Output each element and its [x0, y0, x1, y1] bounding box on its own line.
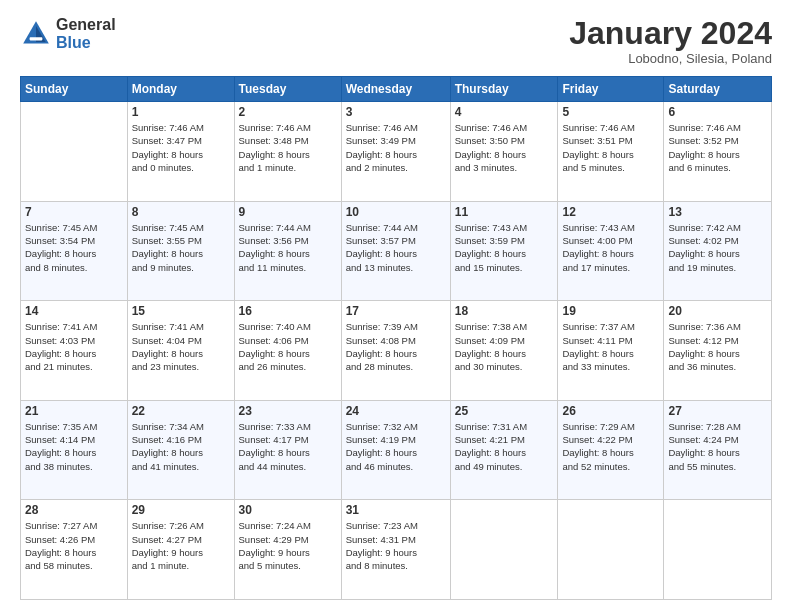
- cell-3-4: 25Sunrise: 7:31 AMSunset: 4:21 PMDayligh…: [450, 400, 558, 500]
- day-number-31: 31: [346, 503, 446, 517]
- page: General Blue January 2024 Lobodno, Siles…: [0, 0, 792, 612]
- week-row-1: 7Sunrise: 7:45 AMSunset: 3:54 PMDaylight…: [21, 201, 772, 301]
- cell-4-5: [558, 500, 664, 600]
- cell-1-6: 13Sunrise: 7:42 AMSunset: 4:02 PMDayligh…: [664, 201, 772, 301]
- cell-1-0: 7Sunrise: 7:45 AMSunset: 3:54 PMDaylight…: [21, 201, 128, 301]
- day-number-28: 28: [25, 503, 123, 517]
- cell-4-6: [664, 500, 772, 600]
- cell-0-5: 5Sunrise: 7:46 AMSunset: 3:51 PMDaylight…: [558, 102, 664, 202]
- day-number-20: 20: [668, 304, 767, 318]
- svg-rect-2: [30, 37, 43, 40]
- day-info-20: Sunrise: 7:36 AMSunset: 4:12 PMDaylight:…: [668, 320, 767, 373]
- weekday-row: Sunday Monday Tuesday Wednesday Thursday…: [21, 77, 772, 102]
- day-info-16: Sunrise: 7:40 AMSunset: 4:06 PMDaylight:…: [239, 320, 337, 373]
- day-number-1: 1: [132, 105, 230, 119]
- day-number-9: 9: [239, 205, 337, 219]
- day-info-30: Sunrise: 7:24 AMSunset: 4:29 PMDaylight:…: [239, 519, 337, 572]
- day-info-10: Sunrise: 7:44 AMSunset: 3:57 PMDaylight:…: [346, 221, 446, 274]
- day-info-2: Sunrise: 7:46 AMSunset: 3:48 PMDaylight:…: [239, 121, 337, 174]
- day-info-6: Sunrise: 7:46 AMSunset: 3:52 PMDaylight:…: [668, 121, 767, 174]
- week-row-0: 1Sunrise: 7:46 AMSunset: 3:47 PMDaylight…: [21, 102, 772, 202]
- cell-1-2: 9Sunrise: 7:44 AMSunset: 3:56 PMDaylight…: [234, 201, 341, 301]
- day-info-14: Sunrise: 7:41 AMSunset: 4:03 PMDaylight:…: [25, 320, 123, 373]
- logo-text: General Blue: [56, 16, 116, 51]
- day-number-10: 10: [346, 205, 446, 219]
- col-tuesday: Tuesday: [234, 77, 341, 102]
- cell-4-1: 29Sunrise: 7:26 AMSunset: 4:27 PMDayligh…: [127, 500, 234, 600]
- day-number-21: 21: [25, 404, 123, 418]
- cell-2-1: 15Sunrise: 7:41 AMSunset: 4:04 PMDayligh…: [127, 301, 234, 401]
- cell-4-2: 30Sunrise: 7:24 AMSunset: 4:29 PMDayligh…: [234, 500, 341, 600]
- location-subtitle: Lobodno, Silesia, Poland: [569, 51, 772, 66]
- day-info-7: Sunrise: 7:45 AMSunset: 3:54 PMDaylight:…: [25, 221, 123, 274]
- day-number-26: 26: [562, 404, 659, 418]
- cell-4-4: [450, 500, 558, 600]
- day-info-19: Sunrise: 7:37 AMSunset: 4:11 PMDaylight:…: [562, 320, 659, 373]
- day-info-23: Sunrise: 7:33 AMSunset: 4:17 PMDaylight:…: [239, 420, 337, 473]
- cell-1-1: 8Sunrise: 7:45 AMSunset: 3:55 PMDaylight…: [127, 201, 234, 301]
- cell-2-0: 14Sunrise: 7:41 AMSunset: 4:03 PMDayligh…: [21, 301, 128, 401]
- day-number-12: 12: [562, 205, 659, 219]
- cell-0-6: 6Sunrise: 7:46 AMSunset: 3:52 PMDaylight…: [664, 102, 772, 202]
- day-number-18: 18: [455, 304, 554, 318]
- day-number-30: 30: [239, 503, 337, 517]
- col-sunday: Sunday: [21, 77, 128, 102]
- col-saturday: Saturday: [664, 77, 772, 102]
- day-number-13: 13: [668, 205, 767, 219]
- calendar-table: Sunday Monday Tuesday Wednesday Thursday…: [20, 76, 772, 600]
- day-number-25: 25: [455, 404, 554, 418]
- day-number-22: 22: [132, 404, 230, 418]
- cell-0-1: 1Sunrise: 7:46 AMSunset: 3:47 PMDaylight…: [127, 102, 234, 202]
- day-info-28: Sunrise: 7:27 AMSunset: 4:26 PMDaylight:…: [25, 519, 123, 572]
- day-info-3: Sunrise: 7:46 AMSunset: 3:49 PMDaylight:…: [346, 121, 446, 174]
- day-info-17: Sunrise: 7:39 AMSunset: 4:08 PMDaylight:…: [346, 320, 446, 373]
- day-number-7: 7: [25, 205, 123, 219]
- cell-1-3: 10Sunrise: 7:44 AMSunset: 3:57 PMDayligh…: [341, 201, 450, 301]
- calendar-header: Sunday Monday Tuesday Wednesday Thursday…: [21, 77, 772, 102]
- day-info-13: Sunrise: 7:42 AMSunset: 4:02 PMDaylight:…: [668, 221, 767, 274]
- day-info-9: Sunrise: 7:44 AMSunset: 3:56 PMDaylight:…: [239, 221, 337, 274]
- day-info-21: Sunrise: 7:35 AMSunset: 4:14 PMDaylight:…: [25, 420, 123, 473]
- logo-blue-text: Blue: [56, 34, 116, 52]
- day-number-4: 4: [455, 105, 554, 119]
- cell-3-6: 27Sunrise: 7:28 AMSunset: 4:24 PMDayligh…: [664, 400, 772, 500]
- title-block: January 2024 Lobodno, Silesia, Poland: [569, 16, 772, 66]
- week-row-3: 21Sunrise: 7:35 AMSunset: 4:14 PMDayligh…: [21, 400, 772, 500]
- day-number-11: 11: [455, 205, 554, 219]
- cell-2-3: 17Sunrise: 7:39 AMSunset: 4:08 PMDayligh…: [341, 301, 450, 401]
- header: General Blue January 2024 Lobodno, Siles…: [20, 16, 772, 66]
- cell-2-6: 20Sunrise: 7:36 AMSunset: 4:12 PMDayligh…: [664, 301, 772, 401]
- day-info-25: Sunrise: 7:31 AMSunset: 4:21 PMDaylight:…: [455, 420, 554, 473]
- logo-icon: [20, 18, 52, 50]
- cell-0-0: [21, 102, 128, 202]
- day-info-18: Sunrise: 7:38 AMSunset: 4:09 PMDaylight:…: [455, 320, 554, 373]
- week-row-4: 28Sunrise: 7:27 AMSunset: 4:26 PMDayligh…: [21, 500, 772, 600]
- day-number-14: 14: [25, 304, 123, 318]
- col-monday: Monday: [127, 77, 234, 102]
- cell-3-2: 23Sunrise: 7:33 AMSunset: 4:17 PMDayligh…: [234, 400, 341, 500]
- cell-3-0: 21Sunrise: 7:35 AMSunset: 4:14 PMDayligh…: [21, 400, 128, 500]
- cell-3-3: 24Sunrise: 7:32 AMSunset: 4:19 PMDayligh…: [341, 400, 450, 500]
- col-friday: Friday: [558, 77, 664, 102]
- cell-1-4: 11Sunrise: 7:43 AMSunset: 3:59 PMDayligh…: [450, 201, 558, 301]
- day-info-31: Sunrise: 7:23 AMSunset: 4:31 PMDaylight:…: [346, 519, 446, 572]
- cell-0-2: 2Sunrise: 7:46 AMSunset: 3:48 PMDaylight…: [234, 102, 341, 202]
- cell-3-1: 22Sunrise: 7:34 AMSunset: 4:16 PMDayligh…: [127, 400, 234, 500]
- month-title: January 2024: [569, 16, 772, 51]
- day-number-19: 19: [562, 304, 659, 318]
- day-number-27: 27: [668, 404, 767, 418]
- cell-3-5: 26Sunrise: 7:29 AMSunset: 4:22 PMDayligh…: [558, 400, 664, 500]
- day-info-5: Sunrise: 7:46 AMSunset: 3:51 PMDaylight:…: [562, 121, 659, 174]
- cell-0-3: 3Sunrise: 7:46 AMSunset: 3:49 PMDaylight…: [341, 102, 450, 202]
- day-number-15: 15: [132, 304, 230, 318]
- day-number-24: 24: [346, 404, 446, 418]
- day-number-3: 3: [346, 105, 446, 119]
- day-number-6: 6: [668, 105, 767, 119]
- logo-general-text: General: [56, 16, 116, 34]
- day-info-8: Sunrise: 7:45 AMSunset: 3:55 PMDaylight:…: [132, 221, 230, 274]
- day-number-5: 5: [562, 105, 659, 119]
- day-number-29: 29: [132, 503, 230, 517]
- day-info-4: Sunrise: 7:46 AMSunset: 3:50 PMDaylight:…: [455, 121, 554, 174]
- day-info-22: Sunrise: 7:34 AMSunset: 4:16 PMDaylight:…: [132, 420, 230, 473]
- col-thursday: Thursday: [450, 77, 558, 102]
